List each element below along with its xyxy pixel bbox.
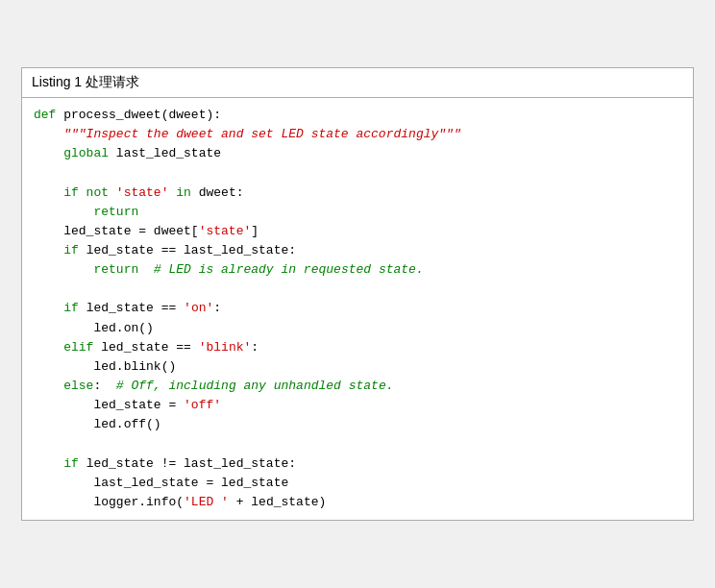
listing-title: Listing 1 处理请求 [32,74,139,89]
listing-container: Listing 1 处理请求 def process_dweet(dweet):… [21,67,694,521]
code-block: def process_dweet(dweet): """Inspect the… [22,98,693,520]
listing-header: Listing 1 处理请求 [22,68,693,98]
